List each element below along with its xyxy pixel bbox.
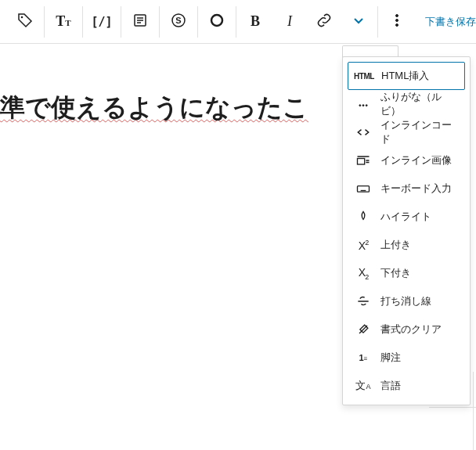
more-formats-button[interactable] bbox=[341, 5, 376, 39]
menu-item-ruby[interactable]: ふりがな（ルビ） bbox=[348, 90, 465, 118]
menu-item-label: インラインコード bbox=[380, 118, 459, 146]
svg-point-5 bbox=[396, 14, 398, 16]
menu-item-label: HTML挿入 bbox=[381, 69, 429, 83]
italic-icon: I bbox=[287, 13, 292, 30]
currency-icon: S bbox=[169, 11, 188, 33]
menu-item-label: 上付き bbox=[380, 238, 411, 252]
svg-point-8 bbox=[359, 105, 361, 106]
circle-icon bbox=[207, 11, 226, 33]
svg-rect-11 bbox=[358, 159, 365, 165]
sidebar-divider bbox=[429, 407, 476, 408]
subscript-icon: X2 bbox=[354, 264, 373, 283]
html-icon: HTML bbox=[355, 67, 373, 85]
highlight-icon bbox=[354, 207, 373, 226]
align-icon bbox=[131, 11, 150, 33]
code-icon bbox=[354, 123, 373, 142]
menu-item-label: キーボード入力 bbox=[380, 182, 452, 196]
save-draft-link[interactable]: 下書き保存 bbox=[416, 9, 476, 35]
menu-item-label: 書式のクリア bbox=[380, 322, 442, 337]
menu-item-superscript[interactable]: X2 上付き bbox=[348, 231, 465, 259]
link-icon bbox=[315, 11, 334, 33]
bold-icon: B bbox=[251, 13, 260, 30]
menu-item-language[interactable]: 文A 言語 bbox=[348, 372, 465, 400]
menu-item-label: ハイライト bbox=[380, 210, 431, 224]
menu-item-strikethrough[interactable]: 打ち消し線 bbox=[348, 287, 465, 315]
keyboard-icon bbox=[354, 179, 373, 198]
text-size-button[interactable]: TT bbox=[46, 5, 81, 39]
shortcode-icon: [/] bbox=[91, 15, 112, 29]
svg-point-10 bbox=[366, 105, 367, 106]
circle-button[interactable] bbox=[200, 5, 234, 39]
italic-button[interactable]: I bbox=[272, 5, 307, 39]
link-button[interactable] bbox=[307, 5, 341, 39]
currency-button[interactable]: S bbox=[161, 5, 196, 39]
menu-item-label: ふりがな（ルビ） bbox=[380, 90, 459, 118]
svg-point-6 bbox=[396, 19, 398, 21]
chevron-down-icon bbox=[349, 11, 368, 33]
menu-item-label: 下付き bbox=[380, 266, 411, 280]
menu-item-label: 脚注 bbox=[380, 351, 401, 365]
menu-item-inline-image[interactable]: インライン画像 bbox=[348, 146, 465, 175]
menu-item-inline-code[interactable]: インラインコード bbox=[348, 118, 465, 146]
menu-item-html[interactable]: HTML HTML挿入 bbox=[348, 62, 465, 90]
format-menu: HTML HTML挿入 ふりがな（ルビ） インラインコード インライン画像 キー… bbox=[342, 56, 471, 405]
align-button[interactable] bbox=[123, 5, 157, 39]
svg-point-9 bbox=[362, 105, 364, 106]
menu-item-clear-format[interactable]: 書式のクリア bbox=[348, 315, 465, 344]
kebab-icon bbox=[388, 11, 406, 33]
menu-item-label: 打ち消し線 bbox=[380, 294, 431, 308]
inline-image-icon bbox=[354, 151, 373, 170]
options-button[interactable] bbox=[380, 5, 414, 39]
superscript-icon: X2 bbox=[354, 236, 373, 254]
block-toolbar: TT [/] S B I bbox=[0, 0, 476, 44]
svg-point-0 bbox=[21, 16, 23, 18]
menu-item-label: 言語 bbox=[380, 379, 401, 393]
menu-item-keyboard[interactable]: キーボード入力 bbox=[348, 175, 465, 203]
menu-item-highlight[interactable]: ハイライト bbox=[348, 203, 465, 231]
svg-point-7 bbox=[396, 23, 398, 26]
strikethrough-icon bbox=[354, 292, 373, 311]
menu-item-subscript[interactable]: X2 下付き bbox=[348, 259, 465, 287]
svg-point-4 bbox=[211, 15, 222, 26]
tag-button[interactable] bbox=[8, 5, 42, 39]
svg-text:S: S bbox=[175, 16, 181, 25]
clear-format-icon bbox=[354, 320, 373, 339]
shortcode-button[interactable]: [/] bbox=[85, 5, 119, 39]
menu-item-footnote[interactable]: 1≡ 脚注 bbox=[348, 344, 465, 372]
menu-item-label: インライン画像 bbox=[380, 153, 452, 167]
language-icon: 文A bbox=[354, 376, 373, 395]
footnote-icon: 1≡ bbox=[354, 348, 373, 367]
ruby-icon bbox=[354, 95, 373, 113]
tag-icon bbox=[16, 11, 34, 33]
text-size-icon: TT bbox=[56, 13, 70, 30]
sidebar-edge bbox=[473, 372, 476, 450]
bold-button[interactable]: B bbox=[238, 5, 272, 39]
